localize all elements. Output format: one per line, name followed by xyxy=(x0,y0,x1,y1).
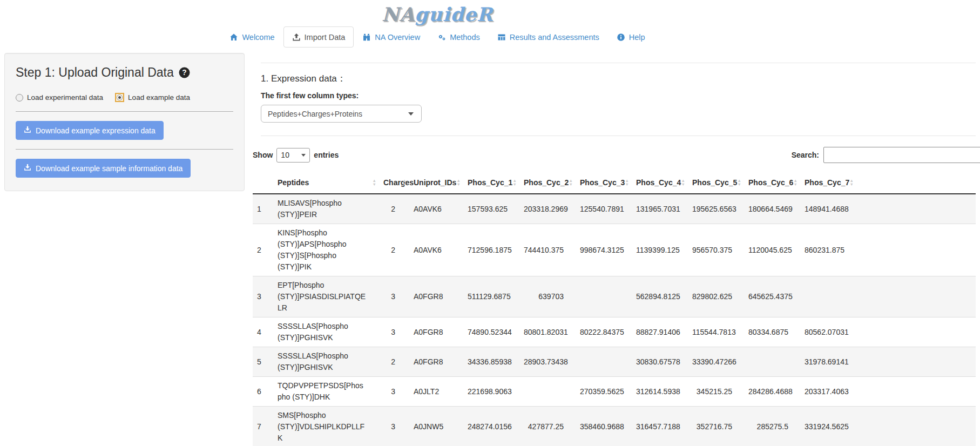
row-index-cell: 5 xyxy=(253,347,273,377)
column-header-phos_cyc_1[interactable]: Phos_Cyc_1▲▼ xyxy=(463,172,519,194)
uniprot-id-cell: A0AVK6 xyxy=(409,194,463,224)
home-icon xyxy=(229,33,238,42)
radio-load-experimental-data[interactable]: Load experimental data xyxy=(16,93,103,102)
phos-cyc-3-cell xyxy=(576,276,632,317)
charge-cell: 3 xyxy=(379,317,409,347)
uniprot-id-cell: A0AVK6 xyxy=(409,224,463,276)
phos-cyc-5-cell: 956570.375 xyxy=(688,224,744,276)
table-row: 1MLISAVS[Phospho (STY)]PEIR2A0AVK6157593… xyxy=(253,194,976,224)
peptide-cell: SMS[Phospho (STY)]VDLSHIPLKDPLLFK xyxy=(273,407,379,446)
column-header-uniprot_ids[interactable]: Uniprot_IDs▲▼ xyxy=(409,172,463,194)
sort-icon: ▲▼ xyxy=(681,179,685,186)
phos-cyc-2-cell: 639703 xyxy=(519,276,576,317)
table-row: 7SMS[Phospho (STY)]VDLSHIPLKDPLLFK3A0JNW… xyxy=(253,407,976,446)
radio-label-experimental: Load experimental data xyxy=(27,93,103,102)
phos-cyc-7-cell: 203317.4063 xyxy=(800,377,856,407)
phos-cyc-7-cell: 80562.07031 xyxy=(800,317,856,347)
filler-cell xyxy=(856,224,976,276)
binoculars-icon xyxy=(362,33,371,42)
row-index-cell: 3 xyxy=(253,276,273,317)
tab-label: Methods xyxy=(450,33,480,42)
nav-tabs: WelcomeImport DataNA OverviewMethodsResu… xyxy=(221,26,653,48)
phos-cyc-1-cell: 511129.6875 xyxy=(463,276,519,317)
peptide-cell: KINS[Phospho (STY)]APS[Phospho (STY)]S[P… xyxy=(273,224,379,276)
sort-icon: ▲▼ xyxy=(738,179,741,186)
column-header-phos_cyc_6[interactable]: Phos_Cyc_6▲▼ xyxy=(744,172,800,194)
column-header-label: Peptides xyxy=(278,178,309,187)
column-header-label: Phos_Cyc_2 xyxy=(524,178,569,187)
column-header-phos_cyc_2[interactable]: Phos_Cyc_2▲▼ xyxy=(519,172,576,194)
info-circle-icon xyxy=(617,33,625,42)
table-row: 3EPT[Phospho (STY)]PSIASDISLPIATQELR3A0F… xyxy=(253,276,976,317)
uniprot-id-cell: A0JLT2 xyxy=(409,377,463,407)
uniprot-id-cell: A0FGR8 xyxy=(409,347,463,377)
peptide-cell: TQDPVPPETPSDS[Phospho (STY)]DHK xyxy=(273,377,379,407)
phos-cyc-5-cell: 33390.47266 xyxy=(688,347,744,377)
search-input[interactable] xyxy=(823,147,980,163)
phos-cyc-4-cell: 1139399.125 xyxy=(632,224,688,276)
main-divider-mid xyxy=(261,136,976,136)
phos-cyc-6-cell: 80334.6875 xyxy=(744,317,800,347)
upload-panel-title: Step 1: Upload Original Data ? xyxy=(16,65,233,80)
phos-cyc-3-cell: 80222.84375 xyxy=(576,317,632,347)
expression-data-title: 1. Expression data： xyxy=(261,72,976,85)
charge-cell: 2 xyxy=(379,347,409,377)
row-index-cell: 1 xyxy=(253,194,273,224)
column-header-peptides[interactable]: Peptides▲▼ xyxy=(273,172,379,194)
tab-welcome[interactable]: Welcome xyxy=(221,26,283,48)
import-data-panel: 1. Expression data： The first few column… xyxy=(253,53,976,446)
tab-label: Results and Assessments xyxy=(510,33,599,42)
column-header-phos_cyc_4[interactable]: Phos_Cyc_4▲▼ xyxy=(632,172,688,194)
upload-panel-title-text: Step 1: Upload Original Data xyxy=(16,65,174,80)
upload-icon xyxy=(292,33,301,42)
sort-icon: ▲▼ xyxy=(850,179,854,186)
tab-methods[interactable]: Methods xyxy=(429,26,489,48)
phos-cyc-6-cell xyxy=(744,347,800,377)
radio-load-example-data[interactable]: Load example data xyxy=(115,93,190,102)
tab-label: NA Overview xyxy=(375,33,420,42)
question-circle-icon[interactable]: ? xyxy=(179,67,190,78)
table-row: 2KINS[Phospho (STY)]APS[Phospho (STY)]S[… xyxy=(253,224,976,276)
filler-cell xyxy=(856,317,976,347)
download-expression-label: Download example expression data xyxy=(36,126,156,135)
download-sample-info-button[interactable]: Download example sample information data xyxy=(16,159,191,178)
sidebar-divider-2 xyxy=(16,149,233,150)
column-header-phos_cyc_5[interactable]: Phos_Cyc_5▲▼ xyxy=(688,172,744,194)
peptide-cell: EPT[Phospho (STY)]PSIASDISLPIATQELR xyxy=(273,276,379,317)
download-sample-info-label: Download example sample information data xyxy=(36,164,183,173)
tab-results-and-assessments[interactable]: Results and Assessments xyxy=(489,26,608,48)
phos-cyc-2-cell: 203318.2969 xyxy=(519,194,576,224)
phos-cyc-3-cell xyxy=(576,347,632,377)
peptide-cell: SSSSLLAS[Phospho (STY)]PGHISVK xyxy=(273,347,379,377)
radio-unchecked-icon xyxy=(16,94,23,102)
column-types-selected-value: Peptides+Charges+Proteins xyxy=(268,110,362,118)
page-length-select[interactable]: 10 xyxy=(276,148,310,163)
uniprot-id-cell: A0FGR8 xyxy=(409,276,463,317)
download-expression-button[interactable]: Download example expression data xyxy=(16,121,164,140)
column-header-phos_cyc_7[interactable]: Phos_Cyc_7▲▼ xyxy=(800,172,856,194)
tab-help[interactable]: Help xyxy=(608,26,654,48)
phos-cyc-6-cell: 284286.4688 xyxy=(744,377,800,407)
filler-cell xyxy=(856,347,976,377)
search-control: Search: xyxy=(792,147,976,163)
phos-cyc-2-cell: 744410.375 xyxy=(519,224,576,276)
column-header-phos_cyc_3[interactable]: Phos_Cyc_3▲▼ xyxy=(576,172,632,194)
column-header-label: Phos_Cyc_6 xyxy=(748,178,793,187)
gears-icon xyxy=(437,33,446,42)
logo-na-text: NA xyxy=(382,3,415,25)
svg-text:?: ? xyxy=(182,69,186,77)
top-bar: NAguideR WelcomeImport DataNA OverviewMe… xyxy=(0,0,875,48)
phos-cyc-1-cell: 157593.625 xyxy=(463,194,519,224)
charge-cell: 2 xyxy=(379,224,409,276)
filler-cell xyxy=(856,407,976,446)
sidebar-divider-1 xyxy=(16,111,233,112)
chevron-down-icon xyxy=(408,112,414,116)
tab-na-overview[interactable]: NA Overview xyxy=(354,26,429,48)
column-types-select[interactable]: Peptides+Charges+Proteins xyxy=(261,105,422,123)
tab-import-data[interactable]: Import Data xyxy=(283,26,354,48)
column-header-charges[interactable]: Charges▲▼ xyxy=(379,172,409,194)
sort-icon: ▲▼ xyxy=(457,179,461,186)
upload-panel: Step 1: Upload Original Data ? Load expe… xyxy=(4,53,245,191)
tab-label: Help xyxy=(629,33,645,42)
filler-cell xyxy=(856,276,976,317)
